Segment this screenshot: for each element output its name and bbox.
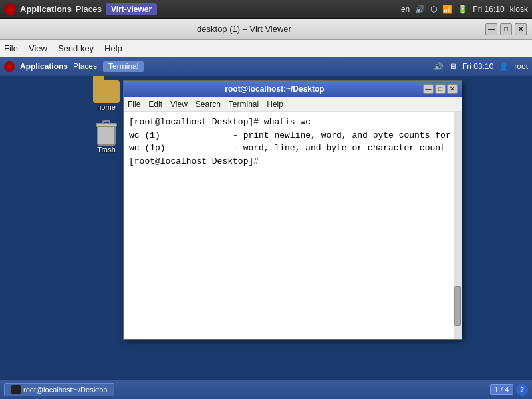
- host-places-menu[interactable]: Places: [76, 4, 102, 14]
- guest-panel: Applications Places Terminal 🔊 🖥 Fri 03:…: [0, 57, 532, 76]
- virt-minimize-btn[interactable]: —: [485, 23, 497, 35]
- guest-taskbar-terminal-icon: [11, 385, 21, 394]
- trash-body: [97, 126, 116, 146]
- virt-menubar: File View Send key Help: [0, 40, 532, 57]
- terminal-edit-menu[interactable]: Edit: [148, 100, 162, 109]
- host-taskbar: Applications Places Virt-viewer en 🔊 ⬡ 📶…: [0, 0, 532, 19]
- virt-close-btn[interactable]: ✕: [515, 23, 527, 35]
- virt-file-menu[interactable]: File: [4, 43, 18, 53]
- guest-taskbar-terminal-item[interactable]: root@localhost:~/Desktop: [4, 383, 114, 396]
- guest-applications-menu[interactable]: Applications: [20, 62, 68, 71]
- terminal-window: root@localhost:~/Desktop — □ ✕ File Edit…: [123, 80, 462, 340]
- terminal-minimize-btn[interactable]: —: [423, 84, 434, 94]
- guest-taskbar-pager: 1 / 4 2: [490, 384, 528, 396]
- terminal-titlebar: root@localhost:~/Desktop — □ ✕: [124, 81, 462, 97]
- virt-titlebar: desktop (1) – Virt Viewer — □ ✕: [0, 19, 532, 40]
- host-audio-icon: 🔊: [415, 5, 425, 14]
- host-user: kiosk: [510, 5, 528, 14]
- terminal-output: [root@localhost Desktop]# whatis wc wc (…: [129, 116, 448, 168]
- host-battery-icon: 🔋: [458, 5, 467, 14]
- terminal-file-menu[interactable]: File: [128, 100, 140, 109]
- terminal-help-menu[interactable]: Help: [267, 100, 283, 109]
- host-applications-menu[interactable]: Applications: [20, 4, 72, 14]
- virt-view-menu[interactable]: View: [29, 43, 47, 53]
- guest-desktop: Applications Places Terminal 🔊 🖥 Fri 03:…: [0, 57, 532, 399]
- guest-taskbar-terminal-label: root@localhost:~/Desktop: [23, 386, 107, 394]
- host-virt-viewer-btn[interactable]: Virt-viewer: [106, 3, 157, 15]
- guest-terminal-btn[interactable]: Terminal: [102, 61, 144, 72]
- terminal-body: [root@localhost Desktop]# whatis wc wc (…: [124, 112, 462, 339]
- guest-network-icon: 🖥: [449, 62, 457, 71]
- host-clock: Fri 16:10: [473, 5, 504, 14]
- terminal-view-menu[interactable]: View: [170, 100, 188, 109]
- terminal-title: root@localhost:~/Desktop: [128, 84, 422, 94]
- host-lang: en: [401, 5, 410, 14]
- guest-pager-num[interactable]: 1 / 4: [490, 384, 513, 395]
- terminal-terminal-menu[interactable]: Terminal: [229, 100, 259, 109]
- guest-user-icon: 👤: [499, 62, 509, 71]
- host-bluetooth-icon: ⬡: [430, 5, 437, 14]
- terminal-scrollbar-thumb[interactable]: [454, 286, 461, 326]
- virt-window-title: desktop (1) – Virt Viewer: [5, 24, 483, 34]
- guest-audio-icon: 🔊: [434, 62, 444, 71]
- guest-logo-icon: [4, 61, 15, 72]
- guest-pager-dot[interactable]: 2: [516, 384, 528, 396]
- host-taskbar-right: en 🔊 ⬡ 📶 🔋 Fri 16:10 kiosk: [401, 5, 528, 14]
- host-logo-icon: [4, 3, 16, 15]
- terminal-maximize-btn[interactable]: □: [435, 84, 446, 94]
- terminal-close-btn[interactable]: ✕: [447, 84, 458, 94]
- guest-taskbar: root@localhost:~/Desktop 1 / 4 2: [0, 380, 532, 399]
- terminal-scrollbar[interactable]: [454, 112, 462, 339]
- terminal-menubar: File Edit View Search Terminal Help: [124, 97, 462, 112]
- guest-panel-right: 🔊 🖥 Fri 03:10 👤 root: [434, 62, 528, 71]
- virt-viewer-window: desktop (1) – Virt Viewer — □ ✕ File Vie…: [0, 19, 532, 399]
- virt-sendkey-menu[interactable]: Send key: [58, 43, 94, 53]
- guest-clock: Fri 03:10: [462, 62, 493, 71]
- terminal-content[interactable]: [root@localhost Desktop]# whatis wc wc (…: [124, 112, 454, 339]
- guest-places-menu[interactable]: Places: [73, 62, 97, 71]
- terminal-search-menu[interactable]: Search: [196, 100, 221, 109]
- home-folder-icon: [93, 80, 120, 103]
- virt-help-menu[interactable]: Help: [104, 43, 122, 53]
- virt-maximize-btn[interactable]: □: [500, 23, 512, 35]
- trash-icon: [96, 120, 116, 146]
- host-wifi-icon: 📶: [442, 5, 452, 14]
- guest-user: root: [514, 62, 528, 71]
